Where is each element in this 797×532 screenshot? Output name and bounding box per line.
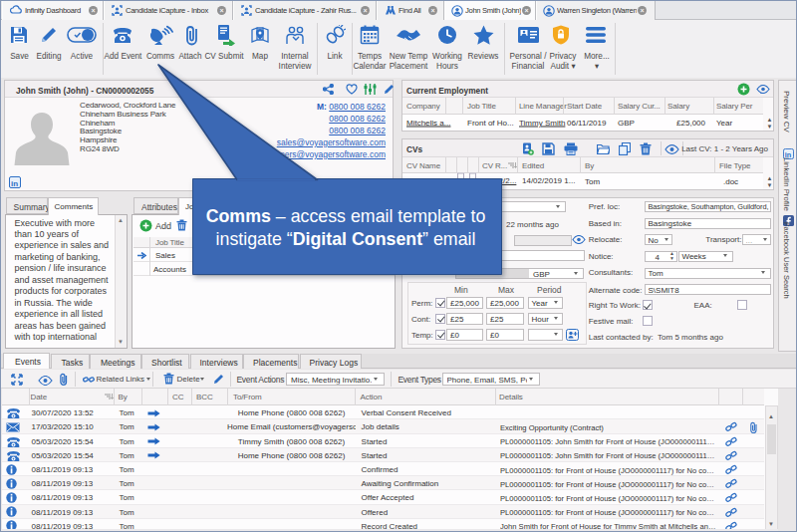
- svg-text:Comms – access email template: Comms – access email template to: [206, 206, 486, 226]
- svg-text:instigate “Digital Consent” em: instigate “Digital Consent” email: [216, 229, 476, 249]
